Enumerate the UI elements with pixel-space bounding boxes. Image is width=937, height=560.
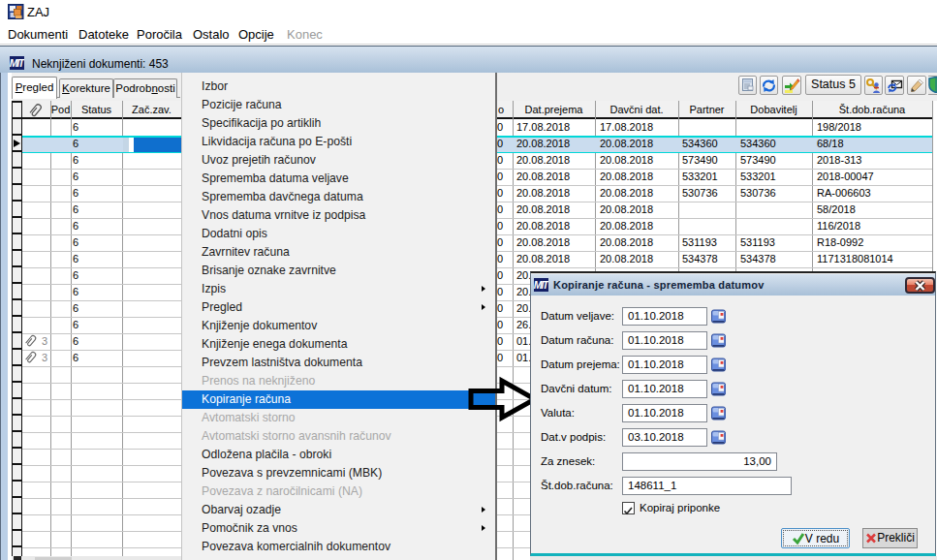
svg-text:MIT: MIT [10,57,24,69]
svg-text:MIT: MIT [534,279,548,291]
